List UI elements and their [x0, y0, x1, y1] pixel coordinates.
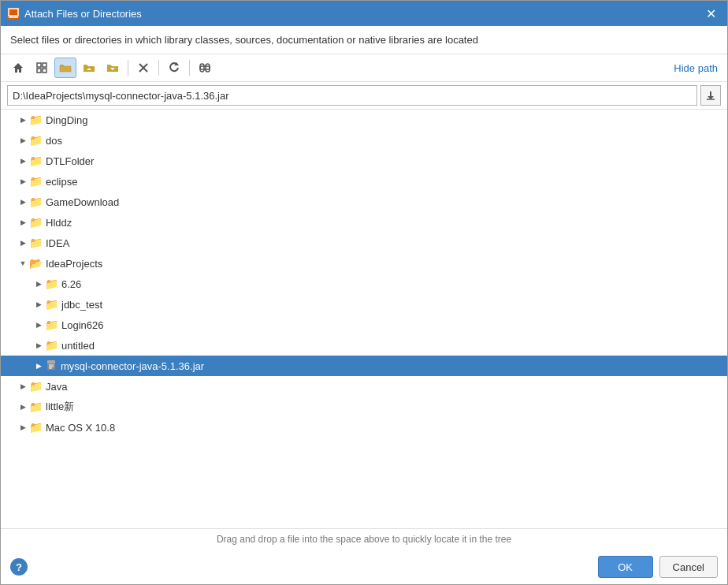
folder-up-button[interactable] — [78, 58, 100, 78]
svg-marker-4 — [13, 63, 23, 73]
folder-icon: 📁 — [45, 278, 58, 290]
item-label: GameDownload — [46, 196, 119, 208]
browse-button[interactable] — [700, 85, 721, 106]
refresh-icon — [168, 61, 180, 74]
svg-rect-9 — [60, 66, 71, 72]
refresh-button[interactable] — [163, 58, 185, 78]
expand-arrow[interactable]: ▶ — [17, 134, 29, 147]
tree-row[interactable]: ▼ 📂 IdeaProjects — [1, 253, 727, 274]
tree-row[interactable]: ▶ 📁 GameDownload — [1, 192, 727, 212]
tree-row[interactable]: ▶ 📁 little新 — [1, 397, 727, 417]
tree-row[interactable]: ▶ 📁 IDEA — [1, 233, 727, 253]
expand-arrow[interactable]: ▶ — [32, 360, 45, 372]
separator-3 — [189, 60, 190, 76]
expand-arrow[interactable]: ▶ — [17, 380, 29, 393]
description-text: Select files or directories in which lib… — [1, 26, 727, 54]
svg-rect-0 — [9, 9, 18, 16]
home-button[interactable] — [7, 58, 29, 78]
item-label: IdeaProjects — [46, 258, 102, 270]
item-label: Hlddz — [46, 217, 72, 229]
item-label: Java — [46, 381, 67, 393]
expand-arrow[interactable]: ▶ — [32, 319, 45, 331]
separator-2 — [158, 60, 159, 76]
home-icon — [12, 61, 24, 74]
expand-icon — [106, 61, 119, 74]
close-button[interactable]: ✕ — [701, 5, 721, 23]
expand-arrow[interactable]: ▶ — [17, 216, 29, 229]
expand-arrow[interactable]: ▶ — [17, 421, 29, 434]
svg-rect-15 — [200, 66, 210, 69]
folder-icon: 📁 — [29, 175, 43, 188]
link-icon — [199, 61, 211, 74]
expand-arrow[interactable]: ▶ — [17, 196, 29, 208]
toolbar: Hide path — [1, 54, 727, 82]
ok-button[interactable]: OK — [598, 556, 653, 578]
tree-row[interactable]: ▶ 📁 Hlddz — [1, 212, 727, 233]
folder-icon: 📁 — [29, 380, 43, 393]
folder-icon: 📂 — [29, 257, 43, 270]
item-label: 6.26 — [61, 278, 81, 290]
expand-arrow[interactable]: ▶ — [32, 298, 45, 311]
svg-rect-6 — [43, 63, 46, 67]
grid-icon — [35, 61, 48, 74]
dialog-title: Attach Files or Directories — [24, 8, 701, 20]
item-label: Mac OS X 10.8 — [46, 422, 115, 434]
separator-1 — [128, 60, 128, 76]
path-input[interactable] — [7, 85, 697, 106]
delete-icon — [137, 61, 150, 74]
svg-rect-7 — [37, 69, 41, 73]
hide-path-button[interactable]: Hide path — [670, 61, 721, 76]
grid-button[interactable] — [31, 58, 53, 78]
footer: ? OK Cancel — [1, 550, 727, 584]
title-bar: Attach Files or Directories ✕ — [1, 1, 727, 26]
tree-row[interactable]: ▶ 📁 DTLFolder — [1, 151, 727, 171]
folder-up-icon — [83, 61, 95, 74]
svg-rect-16 — [200, 64, 204, 72]
expand-arrow[interactable]: ▶ — [17, 114, 29, 126]
file-tree[interactable]: ▶ 📁 DingDing ▶ 📁 dos ▶ 📁 DTLFolder ▶ 📁 e… — [1, 110, 727, 529]
folder-icon: 📁 — [45, 298, 58, 311]
expand-arrow[interactable]: ▼ — [17, 257, 29, 270]
drag-hint-text: Drag and drop a file into the space abov… — [1, 529, 727, 550]
svg-rect-22 — [47, 360, 55, 363]
tree-row[interactable]: ▶ 📁 Java — [1, 376, 727, 397]
folder-icon: 📁 — [29, 421, 43, 434]
expand-arrow[interactable]: ▶ — [32, 339, 45, 352]
expand-arrow[interactable]: ▶ — [17, 155, 29, 167]
tree-row[interactable]: ▶ 📁 6.26 — [1, 274, 727, 294]
tree-row[interactable]: ▶ 📁 untitled — [1, 335, 727, 356]
svg-rect-5 — [37, 63, 41, 67]
tree-row[interactable]: ▶ 📁 DingDing — [1, 110, 727, 130]
delete-button[interactable] — [132, 58, 154, 78]
tree-row[interactable]: ▶ 📁 dos — [1, 130, 727, 151]
item-label: little新 — [46, 400, 74, 414]
expand-button[interactable] — [102, 58, 124, 78]
expand-arrow[interactable]: ▶ — [17, 401, 29, 413]
item-label: mysql-connector-java-5.1.36.jar — [61, 360, 204, 372]
item-label: eclipse — [46, 176, 77, 188]
folder-icon: 📁 — [29, 196, 43, 208]
folder-icon: 📁 — [29, 134, 43, 147]
tree-row[interactable]: ▶ 📁 Login626 — [1, 315, 727, 335]
item-label: DingDing — [46, 114, 87, 126]
new-folder-button[interactable] — [54, 58, 76, 78]
item-label: IDEA — [46, 237, 69, 249]
folder-icon: 📁 — [29, 216, 43, 229]
tree-row-selected[interactable]: ▶ mysql-connector-java-5.1.36.jar — [1, 356, 727, 376]
tree-row[interactable]: ▶ 📁 Mac OS X 10.8 — [1, 417, 727, 438]
expand-arrow[interactable]: ▶ — [32, 278, 45, 290]
cancel-button[interactable]: Cancel — [659, 556, 718, 578]
expand-arrow[interactable]: ▶ — [17, 237, 29, 249]
item-label: Login626 — [61, 319, 104, 331]
new-folder-icon — [59, 61, 72, 74]
tree-row[interactable]: ▶ 📁 eclipse — [1, 171, 727, 192]
path-bar — [1, 82, 727, 110]
svg-rect-8 — [43, 69, 46, 73]
item-label: jdbc_test — [61, 299, 102, 311]
tree-row[interactable]: ▶ 📁 jdbc_test — [1, 294, 727, 315]
expand-arrow[interactable]: ▶ — [17, 175, 29, 188]
link-button[interactable] — [194, 58, 216, 78]
item-label: dos — [46, 135, 62, 147]
help-button[interactable]: ? — [10, 558, 28, 576]
folder-icon: 📁 — [29, 114, 43, 126]
